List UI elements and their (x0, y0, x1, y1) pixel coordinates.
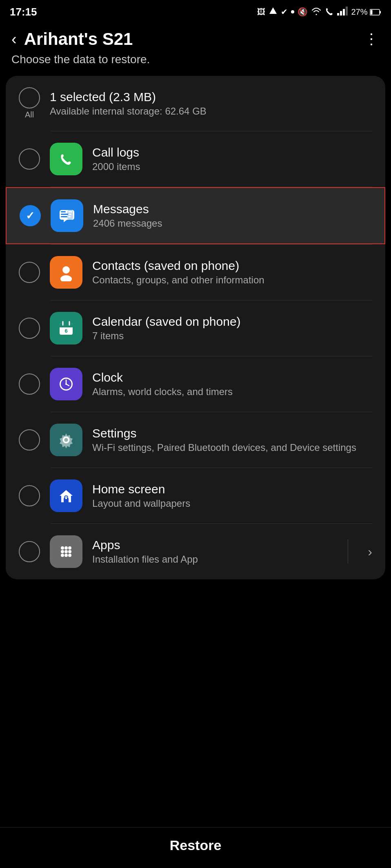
apps-subtitle: Installation files and App (92, 554, 338, 565)
clock-subtitle: Alarms, world clocks, and timers (92, 386, 372, 398)
messages-subtitle: 2406 messages (93, 218, 371, 229)
radio-apps[interactable] (19, 541, 40, 562)
list-item-call-logs[interactable]: Call logs 2000 items (6, 131, 385, 187)
delta-icon (269, 7, 278, 18)
apps-chevron-icon[interactable]: › (368, 544, 372, 559)
all-label: All (25, 110, 34, 119)
home-screen-title: Home screen (92, 482, 372, 496)
settings-subtitle: Wi-Fi settings, Paired Bluetooth devices… (92, 442, 372, 453)
radio-messages[interactable] (20, 205, 41, 226)
svg-rect-10 (61, 216, 67, 217)
icon-messages (51, 199, 83, 232)
radio-clock[interactable] (19, 373, 40, 395)
call-logs-subtitle: 2000 items (92, 161, 372, 172)
svg-point-27 (65, 383, 67, 385)
icon-home-screen (50, 479, 82, 512)
clock-title: Clock (92, 371, 372, 384)
svg-rect-2 (343, 9, 345, 15)
restore-options-card: All 1 selected (2.3 MB) Available intern… (6, 76, 385, 579)
page-subtitle: Choose the data to restore. (0, 53, 391, 76)
mute-icon: 🔇 (298, 7, 308, 17)
radio-calendar[interactable] (19, 318, 40, 339)
icon-apps (50, 535, 82, 568)
icon-contacts (50, 256, 82, 289)
contacts-subtitle: Contacts, groups, and other information (92, 274, 372, 286)
battery-status: 27% (351, 7, 381, 17)
svg-rect-12 (68, 211, 72, 212)
home-screen-subtitle: Layout and wallpapers (92, 498, 372, 509)
svg-rect-6 (371, 10, 373, 15)
apps-divider (348, 539, 348, 564)
calendar-text: Calendar (saved on phone) 7 items (92, 315, 372, 342)
contacts-title: Contacts (saved on phone) (92, 259, 372, 273)
radio-call-logs[interactable] (19, 148, 40, 170)
settings-text: Settings Wi-Fi settings, Paired Bluetoot… (92, 426, 372, 453)
status-time: 17:15 (10, 6, 37, 18)
settings-title: Settings (92, 426, 372, 440)
calendar-title: Calendar (saved on phone) (92, 315, 372, 329)
notification-dot (291, 10, 294, 13)
icon-settings (50, 424, 82, 456)
svg-point-32 (61, 546, 64, 550)
apps-text: Apps Installation files and App (92, 538, 338, 565)
status-icons: 🖼 ✔ 🔇 (257, 7, 381, 18)
svg-rect-14 (68, 216, 71, 217)
status-bar: 17:15 🖼 ✔ 🔇 (0, 0, 391, 21)
radio-settings[interactable] (19, 429, 40, 451)
svg-text:6: 6 (64, 328, 67, 334)
all-info: 1 selected (2.3 MB) Available internal s… (50, 90, 372, 117)
icon-calendar: 6 (50, 312, 82, 345)
selected-count: 1 selected (2.3 MB) (50, 90, 372, 104)
list-item-home-screen[interactable]: Home screen Layout and wallpapers (6, 468, 385, 523)
available-storage: Available internal storage: 62.64 GB (50, 106, 372, 117)
svg-point-37 (68, 550, 71, 553)
wifi-icon (311, 7, 322, 18)
svg-point-33 (64, 546, 68, 550)
call-logs-title: Call logs (92, 146, 372, 159)
svg-point-15 (62, 266, 70, 274)
list-item-messages[interactable]: Messages 2406 messages (6, 187, 385, 244)
call-signal-icon (325, 7, 334, 18)
svg-rect-3 (346, 7, 348, 15)
list-item-clock[interactable]: Clock Alarms, world clocks, and timers (6, 356, 385, 412)
svg-point-35 (61, 550, 64, 553)
radio-contacts[interactable] (19, 262, 40, 283)
svg-rect-1 (340, 11, 342, 15)
messages-text: Messages 2406 messages (93, 202, 371, 229)
icon-call-logs (50, 143, 82, 175)
svg-rect-19 (60, 326, 73, 327)
all-radio-button[interactable] (19, 87, 40, 108)
svg-point-38 (61, 554, 64, 557)
svg-rect-0 (337, 13, 339, 15)
apps-title: Apps (92, 538, 338, 552)
list-item-calendar[interactable]: 6 Calendar (saved on phone) 7 items (6, 300, 385, 356)
contacts-text: Contacts (saved on phone) Contacts, grou… (92, 259, 372, 286)
photo-icon: 🖼 (257, 7, 265, 17)
radio-home-screen[interactable] (19, 485, 40, 506)
list-item-contacts[interactable]: Contacts (saved on phone) Contacts, grou… (6, 245, 385, 300)
svg-rect-31 (65, 497, 67, 499)
svg-point-39 (64, 554, 68, 557)
svg-rect-13 (68, 214, 71, 215)
all-radio-wrap: All (19, 87, 40, 119)
svg-point-40 (68, 554, 71, 557)
signal-icon (337, 7, 348, 18)
header: ‹ Arihant's S21 ⋮ (0, 21, 391, 53)
svg-point-34 (68, 546, 71, 550)
list-item-settings[interactable]: Settings Wi-Fi settings, Paired Bluetoot… (6, 412, 385, 468)
more-options-button[interactable]: ⋮ (364, 31, 380, 48)
svg-rect-5 (380, 11, 381, 13)
restore-bar: Restore (0, 827, 391, 868)
page-title: Arihant's S21 (24, 29, 357, 49)
list-item-apps[interactable]: Apps Installation files and App › (6, 524, 385, 579)
svg-rect-8 (61, 211, 66, 212)
messages-title: Messages (93, 202, 371, 216)
svg-point-36 (64, 550, 68, 553)
svg-point-16 (60, 275, 72, 281)
call-logs-text: Call logs 2000 items (92, 146, 372, 172)
restore-button[interactable]: Restore (170, 837, 222, 853)
all-row[interactable]: All 1 selected (2.3 MB) Available intern… (6, 76, 385, 131)
clock-text: Clock Alarms, world clocks, and timers (92, 371, 372, 398)
back-button[interactable]: ‹ (11, 31, 17, 47)
check-icon: ✔ (281, 7, 288, 17)
